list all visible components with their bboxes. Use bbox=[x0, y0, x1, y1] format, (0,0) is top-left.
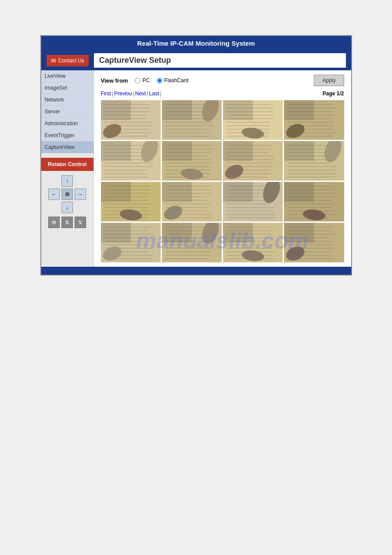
right-button[interactable]: → bbox=[75, 189, 86, 200]
view-from-label: View from bbox=[101, 77, 128, 84]
grid-cell[interactable] bbox=[162, 182, 222, 221]
grid-cell[interactable] bbox=[162, 223, 222, 262]
pagination-row: First | Previou | Next | Last | Page 1/2 bbox=[101, 91, 344, 97]
grid-cell[interactable] bbox=[101, 100, 161, 140]
left-button[interactable]: ← bbox=[48, 189, 60, 200]
radio-pc[interactable]: PC bbox=[135, 77, 150, 83]
page-indicator: Page 1/2 bbox=[323, 91, 344, 97]
contact-label: Contact Us bbox=[58, 58, 84, 64]
last-link[interactable]: Last bbox=[149, 91, 159, 97]
ctrl-row-middle: ← ⊙ → bbox=[48, 189, 86, 200]
title-bar: Real-Time IP-CAM Monitoring System bbox=[41, 36, 351, 51]
contact-button[interactable]: ✉ Contact Us bbox=[47, 55, 89, 66]
grid-cell[interactable] bbox=[162, 141, 222, 181]
prev-link[interactable]: Previou bbox=[114, 91, 132, 97]
radio-flashcard-input[interactable] bbox=[157, 78, 162, 83]
ctrl-row-hsv: H S V bbox=[48, 217, 86, 228]
first-link[interactable]: First bbox=[101, 91, 111, 97]
grid-cell[interactable] bbox=[284, 182, 344, 221]
radio-flashcard[interactable]: FlashCard bbox=[157, 77, 188, 83]
grid-cell[interactable] bbox=[162, 100, 222, 140]
radio-group: PC FlashCard bbox=[135, 77, 188, 83]
up-button[interactable]: ↑ bbox=[61, 175, 73, 187]
view-from-row: View from PC FlashCard Appl bbox=[101, 75, 344, 86]
grid-cell[interactable] bbox=[284, 141, 344, 181]
ctrl-row-top: ↑ bbox=[61, 175, 73, 187]
sidebar-item-liveview[interactable]: LiveView bbox=[41, 70, 94, 82]
sidebar-item-administration[interactable]: Administration bbox=[41, 118, 94, 130]
pagination-links: First | Previou | Next | Last | bbox=[101, 91, 162, 97]
bottom-bar bbox=[41, 267, 351, 275]
down-button[interactable]: ↓ bbox=[61, 202, 73, 213]
sidebar: LiveView ImageSet Network Server Adminis… bbox=[41, 70, 94, 267]
sidebar-item-network[interactable]: Network bbox=[41, 94, 94, 106]
sidebar-item-imageset[interactable]: ImageSet bbox=[41, 82, 94, 94]
s-button[interactable]: S bbox=[61, 217, 73, 228]
main-content: LiveView ImageSet Network Server Adminis… bbox=[41, 70, 351, 267]
grid-cell[interactable] bbox=[223, 141, 283, 181]
rotator-section: Rotator Control bbox=[41, 158, 94, 171]
rotator-controls: ↑ ← ⊙ → bbox=[41, 171, 94, 232]
grid-cell[interactable] bbox=[284, 223, 344, 262]
sidebar-item-captureview[interactable]: CaptureView bbox=[41, 141, 94, 153]
page-wrapper: Real-Time IP-CAM Monitoring System ✉ Con… bbox=[40, 35, 352, 276]
grid-cell[interactable] bbox=[101, 182, 161, 221]
content-area: View from PC FlashCard Appl bbox=[94, 70, 351, 267]
apply-button[interactable]: Apply bbox=[314, 75, 344, 86]
ctrl-row-bottom: ↓ bbox=[61, 202, 73, 213]
v-button[interactable]: V bbox=[75, 217, 86, 228]
grid-cell[interactable] bbox=[223, 223, 283, 262]
h-button[interactable]: H bbox=[48, 217, 60, 228]
radio-pc-input[interactable] bbox=[135, 78, 140, 83]
browser-frame: Real-Time IP-CAM Monitoring System ✉ Con… bbox=[40, 35, 352, 276]
grid-cell[interactable] bbox=[223, 182, 283, 221]
next-link[interactable]: Next bbox=[135, 91, 146, 97]
app-title: Real-Time IP-CAM Monitoring System bbox=[137, 40, 255, 47]
image-grid bbox=[101, 100, 344, 262]
center-button[interactable]: ⊙ bbox=[61, 189, 73, 200]
grid-cell[interactable] bbox=[223, 100, 283, 140]
grid-cell[interactable] bbox=[284, 100, 344, 140]
grid-cell[interactable] bbox=[101, 141, 161, 181]
sidebar-item-server[interactable]: Server bbox=[41, 106, 94, 118]
header-bar: ✉ Contact Us CaptureView Setup bbox=[41, 51, 351, 70]
envelope-icon: ✉ bbox=[51, 57, 56, 64]
sidebar-item-eventtrigger[interactable]: EventTrigger bbox=[41, 130, 94, 141]
page-title: CaptureView Setup bbox=[94, 53, 346, 68]
grid-cell[interactable] bbox=[101, 223, 161, 262]
